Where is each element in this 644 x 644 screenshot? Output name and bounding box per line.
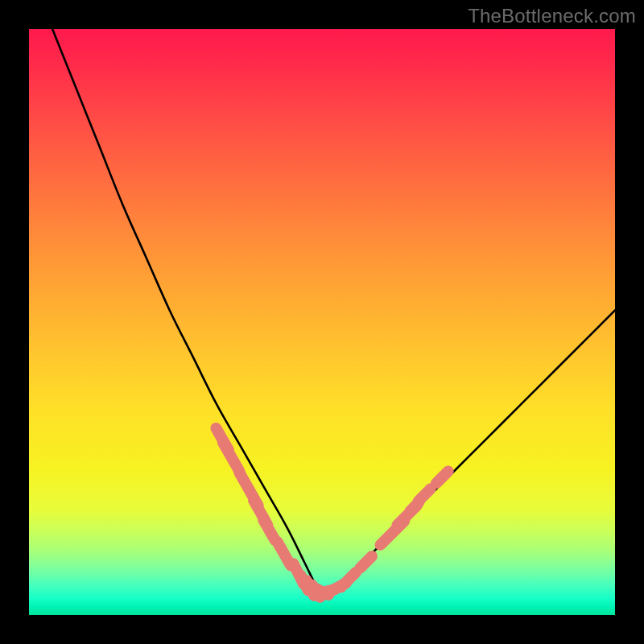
curve-markers <box>216 428 448 597</box>
curve-marker <box>223 442 240 471</box>
curve-marker <box>419 489 431 501</box>
curve-marker <box>263 520 275 540</box>
curve-marker <box>436 472 448 484</box>
watermark-text: TheBottleneck.com <box>468 5 636 27</box>
plot-area <box>29 29 615 615</box>
chart-svg <box>29 29 615 615</box>
bottleneck-curve <box>29 29 615 592</box>
chart-frame: TheBottleneck.com <box>0 0 644 644</box>
curve-marker <box>341 572 356 588</box>
curve-marker <box>360 556 372 568</box>
